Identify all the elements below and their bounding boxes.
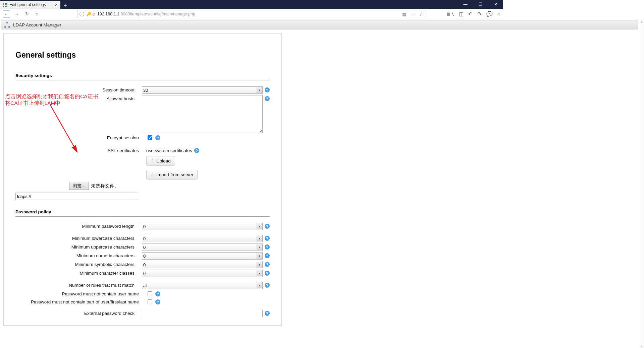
page-actions-icon[interactable]: ⋯ <box>411 11 415 17</box>
library-icon[interactable]: ⫼\ <box>446 11 454 17</box>
password-policy-section-title: Password policy <box>15 209 270 217</box>
settings-card: General settings Security settings Sessi… <box>3 33 282 272</box>
undo-icon[interactable]: ↶ <box>468 11 473 17</box>
upload-icon: ⇧ <box>151 158 154 163</box>
ssl-certificates-label: SSL certificates <box>15 147 146 181</box>
url-path: /templates/config/mainmanage.php <box>130 12 195 16</box>
tab-title: Edit general settings <box>9 2 46 7</box>
new-tab-button[interactable]: + <box>60 3 70 9</box>
min-upper-select[interactable]: 0 <box>142 243 263 251</box>
upload-button[interactable]: ⇧Upload <box>146 156 175 166</box>
browser-tab[interactable]: Edit general settings × <box>0 1 60 9</box>
browse-button[interactable]: 浏览... <box>69 182 89 190</box>
url-bar[interactable]: i 🔑 ⦸ 192.168.1.1:8080/templates/config/… <box>77 10 426 18</box>
help-icon[interactable]: ? <box>265 271 270 272</box>
maximize-button[interactable]: ❐ <box>473 0 488 9</box>
min-classes-label: Minimum character classes <box>15 270 142 272</box>
download-icon: ⇩ <box>151 172 154 177</box>
home-button[interactable]: ⌂ <box>34 11 40 17</box>
allowed-hosts-textarea[interactable] <box>142 95 263 133</box>
close-window-button[interactable]: ✕ <box>488 0 503 9</box>
minimize-button[interactable]: — <box>458 0 473 9</box>
session-timeout-select[interactable]: 30 <box>142 86 263 94</box>
min-classes-select[interactable]: 0 <box>142 270 263 272</box>
min-length-select[interactable]: 0 <box>142 223 263 230</box>
min-numeric-select[interactable]: 0 <box>142 252 263 260</box>
help-icon[interactable]: ? <box>265 253 270 258</box>
annotation-text: 点击浏览选择刚才我们自签名的CA证书 将CA证书上传到LAM中 <box>5 93 98 107</box>
chat-icon[interactable]: 💬 <box>486 11 493 17</box>
min-lower-label: Minimum lowercase characters <box>15 235 142 242</box>
security-section-title: Security settings <box>15 73 270 80</box>
import-from-server-button[interactable]: ⇩Import from server <box>146 170 198 180</box>
url-port: :8080 <box>119 12 130 16</box>
menu-button[interactable]: ≡ <box>497 11 500 17</box>
session-timeout-label: Session timeout <box>15 86 142 94</box>
help-icon[interactable]: ? <box>155 135 160 140</box>
encrypt-session-checkbox[interactable] <box>148 135 152 140</box>
sidebar-icon[interactable]: ◫ <box>459 11 464 17</box>
qr-icon[interactable]: ▦ <box>402 11 407 17</box>
help-icon[interactable]: ? <box>265 87 270 92</box>
help-icon[interactable]: ? <box>265 245 270 250</box>
reload-button[interactable]: ↻ <box>23 11 30 17</box>
site-info-icon[interactable]: i <box>79 12 84 16</box>
app-header: LDAP Account Manager <box>1 20 503 29</box>
window-titlebar: Edit general settings × + — ❐ ✕ <box>0 0 503 9</box>
help-icon[interactable]: ? <box>265 96 270 101</box>
min-lower-select[interactable]: 0 <box>142 235 263 242</box>
blocked-icon[interactable]: ⦸ <box>93 12 95 16</box>
browser-navbar: ← → ↻ ⌂ i 🔑 ⦸ 192.168.1.1:8080/templates… <box>0 9 503 19</box>
min-numeric-label: Minimum numeric characters <box>15 252 142 260</box>
browse-status-text: 未选择文件。 <box>91 183 119 189</box>
ssl-status-text: use system certificates <box>146 147 192 153</box>
min-symbol-label: Minimum symbolic characters <box>15 261 142 268</box>
help-icon[interactable]: ? <box>265 262 270 267</box>
tab-favicon <box>3 2 7 7</box>
url-host: 192.168.1.1 <box>97 12 119 16</box>
back-button[interactable]: ← <box>3 10 10 18</box>
ldaps-url-input[interactable] <box>15 193 138 200</box>
window-controls: — ❐ ✕ <box>458 0 503 9</box>
help-icon[interactable]: ? <box>265 224 270 229</box>
app-logo-icon <box>4 22 10 28</box>
redo-icon[interactable]: ↷ <box>477 11 482 17</box>
help-icon[interactable]: ? <box>194 148 199 153</box>
help-icon[interactable]: ? <box>265 236 270 241</box>
page-viewport: ▴▾ LDAP Account Manager General settings… <box>0 19 503 272</box>
min-length-label: Minimum password length <box>15 223 142 230</box>
forward-button[interactable]: → <box>13 11 20 17</box>
permission-icon[interactable]: 🔑 <box>86 12 91 16</box>
bookmark-icon[interactable]: ☆ <box>419 11 424 17</box>
page-title: General settings <box>15 51 270 60</box>
encrypt-session-label: Encrypt session <box>15 134 146 141</box>
close-tab-icon[interactable]: × <box>55 2 58 7</box>
app-title: LDAP Account Manager <box>13 22 61 27</box>
min-symbol-select[interactable]: 0 <box>142 261 263 268</box>
min-upper-label: Minimum uppercase characters <box>15 243 142 251</box>
